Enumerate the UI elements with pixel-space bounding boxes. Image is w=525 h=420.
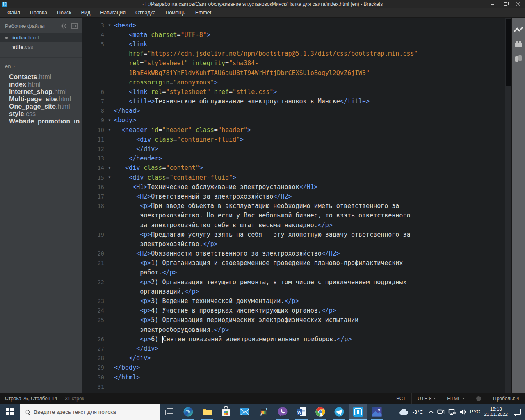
code-line[interactable]: 31 — [82, 382, 505, 391]
code-line[interactable]: 4 <meta charset="UTF-8"> — [82, 30, 505, 39]
code-line[interactable]: 3▼<head> — [82, 21, 505, 30]
insert-mode-toggle[interactable]: ВСТ — [390, 393, 411, 404]
extension-manager-icon[interactable] — [514, 41, 523, 47]
file-item-style[interactable]: style.css — [0, 110, 82, 118]
code-line[interactable]: электрооборудования.</p> — [82, 325, 505, 334]
editor-scrollbar[interactable] — [505, 18, 511, 393]
minimize-button[interactable] — [486, 0, 499, 8]
project-dropdown[interactable]: en ▾ — [0, 58, 82, 73]
code-line[interactable]: rel="stylesheet" integrity="sha384- — [82, 59, 505, 68]
code-line[interactable]: 29</body> — [82, 363, 505, 372]
language-dropdown[interactable]: HTML▾ — [441, 393, 470, 404]
code-line[interactable]: электрохозяйство.</p> — [82, 239, 505, 249]
file-item-index[interactable]: index.html — [0, 33, 82, 42]
code-line[interactable]: 28 </div> — [82, 354, 505, 363]
file-item-One_page_site[interactable]: One_page_site.html — [0, 103, 82, 110]
code-line[interactable]: 10▼ <header id="header" class="header"> — [82, 125, 505, 135]
code-line[interactable]: 5 <link — [82, 39, 505, 49]
code-line[interactable]: 13 </header> — [82, 154, 505, 163]
code-line[interactable]: организаций.</p> — [82, 287, 505, 296]
meet-now-icon[interactable] — [437, 409, 445, 415]
menu-item-файл[interactable]: Файл — [2, 8, 25, 17]
indentation-setting[interactable]: Пробелы: 4 — [487, 393, 525, 404]
code-line[interactable]: 17 <H2>Ответственный за электрохозяйство… — [82, 192, 505, 201]
live-preview-icon[interactable] — [514, 27, 523, 33]
taskbar-app-viber[interactable] — [273, 404, 292, 420]
fold-arrow-icon[interactable]: ▼ — [105, 128, 114, 132]
weather-temperature[interactable]: -3°C — [413, 409, 423, 415]
file-item-stile[interactable]: stile.css — [0, 42, 82, 52]
maximize-button[interactable] — [499, 0, 512, 8]
code-line[interactable]: 19 <p>Предлагаю услугу взять на себя — э… — [82, 230, 505, 239]
taskbar-app-chrome[interactable] — [311, 404, 330, 420]
title-bar[interactable]: [] · F:/Разработка сайтов/Сайт обслужива… — [0, 0, 525, 8]
code-line[interactable]: 8</head> — [82, 106, 505, 116]
network-icon[interactable] — [448, 409, 456, 415]
weather-cloud-icon[interactable] — [398, 408, 409, 415]
code-line[interactable]: 27 </div> — [82, 344, 505, 353]
menu-item-emmet[interactable]: Emmet — [190, 8, 217, 17]
file-item-Contacts[interactable]: Contacts.html — [0, 73, 82, 81]
close-button[interactable] — [512, 0, 525, 8]
code-line[interactable]: 21 <p>1) Оргаганизация и своевременное п… — [82, 258, 505, 268]
keyboard-language[interactable]: РУС — [470, 409, 481, 415]
file-item-Multi-page_site[interactable]: Multi-page_site.html — [0, 96, 82, 103]
code-line[interactable]: 26 <p>6) Снятие показаний электроизмерит… — [82, 334, 505, 344]
code-line[interactable]: 25 <p>5) Организация периодических элект… — [82, 315, 505, 325]
task-view-button[interactable] — [160, 404, 179, 420]
code-line[interactable]: электрохозяйство. Но если у Вас небольшо… — [82, 211, 505, 220]
code-line[interactable]: 16 <H1>Техническое обслуживание электроу… — [82, 182, 505, 192]
menu-item-помощь[interactable]: Помощь — [160, 8, 190, 17]
encoding-dropdown[interactable]: UTF-8▾ — [411, 393, 441, 404]
code-line[interactable]: 11 <div class="container-fluid"> — [82, 135, 505, 144]
code-line[interactable]: за электрохозяйство себе в штат весьма н… — [82, 220, 505, 230]
action-center-icon[interactable] — [514, 409, 521, 415]
code-line[interactable]: crossorigin="anonymous"> — [82, 78, 505, 87]
menu-item-вид[interactable]: Вид — [76, 8, 96, 17]
taskbar-app-microsoft-store[interactable] — [217, 404, 235, 420]
menu-item-навигация[interactable]: Навигация — [95, 8, 130, 17]
file-item-index[interactable]: index.html — [0, 81, 82, 88]
code-line[interactable]: href="https://cdn.jsdelivr.net/npm/boots… — [82, 49, 505, 59]
code-editor[interactable]: 3▼<head>4 <meta charset="UTF-8">5 <link … — [82, 18, 505, 393]
code-line[interactable]: 12 </div> — [82, 144, 505, 153]
code-line[interactable]: 22 <p>2) Организация текущего ремонта, в… — [82, 277, 505, 287]
tray-expand-chevron-icon[interactable] — [429, 410, 434, 413]
taskbar-app-word[interactable]: W — [292, 404, 311, 420]
taskbar-clock[interactable]: 18:13 21.01.2022 — [484, 406, 508, 417]
fold-arrow-icon[interactable]: ▼ — [105, 166, 114, 170]
extension-icon[interactable] — [515, 55, 522, 63]
code-line[interactable]: работ.</p> — [82, 268, 505, 277]
code-line[interactable]: 20 <H2>Обязанности ответственного за эле… — [82, 249, 505, 258]
taskbar-app-telegram[interactable] — [330, 404, 349, 420]
taskbar-search-input[interactable]: Введите здесь текст для поиска — [20, 404, 160, 420]
code-line[interactable]: 18 <p>При вводе объекта в эксплуатацию н… — [82, 201, 505, 211]
taskbar-app-utility-app[interactable] — [254, 404, 273, 420]
taskbar-app-file-explorer[interactable] — [198, 404, 217, 420]
lint-status-indicator[interactable] — [470, 393, 487, 404]
code-line[interactable]: 7 <title>Техническое обслуживание электр… — [82, 97, 505, 106]
start-button[interactable] — [0, 404, 20, 420]
volume-icon[interactable] — [459, 409, 466, 415]
code-line[interactable]: 6 <link rel="stylesheet" href="stile.css… — [82, 87, 505, 96]
scrollbar-thumb[interactable] — [506, 19, 511, 86]
code-line[interactable]: 9▼<body> — [82, 116, 505, 125]
split-view-icon[interactable] — [71, 23, 78, 29]
menu-item-правка[interactable]: Правка — [25, 8, 52, 17]
gear-icon[interactable] — [61, 23, 67, 29]
fold-arrow-icon[interactable]: ▼ — [105, 23, 114, 27]
menu-item-отладка[interactable]: Отладка — [130, 8, 160, 17]
taskbar-app-photos[interactable] — [368, 404, 386, 420]
taskbar-app-edge[interactable] — [179, 404, 198, 420]
taskbar-app-brackets[interactable] — [349, 404, 368, 420]
menu-item-поиск[interactable]: Поиск — [52, 8, 76, 17]
fold-arrow-icon[interactable]: ▼ — [105, 176, 114, 179]
fold-arrow-icon[interactable]: ▼ — [105, 119, 114, 122]
code-line[interactable]: 15▼ <div class="container-fluid"> — [82, 173, 505, 182]
code-line[interactable]: 24 <p>4) Участие в проверках инспектирую… — [82, 306, 505, 315]
code-line[interactable]: 30</html> — [82, 372, 505, 382]
file-item-Website_promotion_in_Google.[interactable]: Website_promotion_in_Google. — [0, 118, 82, 125]
code-line[interactable]: 1BmE4kWBq78iYhFldvKuhfTAU6auU8tT94WrHftj… — [82, 68, 505, 78]
file-item-Internet_shop[interactable]: Internet_shop.html — [0, 88, 82, 96]
code-line[interactable]: 23 <p>3) Ведение технической документаци… — [82, 296, 505, 306]
